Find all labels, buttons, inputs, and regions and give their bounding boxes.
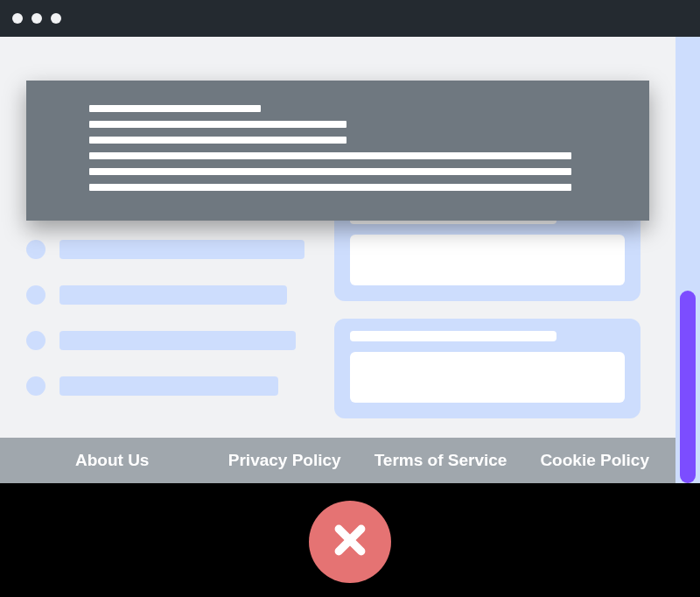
skeleton-list (26, 194, 315, 422)
scrollbar-thumb[interactable] (680, 291, 696, 483)
window-control-dot[interactable] (51, 13, 61, 24)
list-item (26, 240, 315, 259)
skeleton-bar (60, 331, 296, 350)
skeleton-bar (60, 376, 278, 396)
cross-icon (331, 521, 369, 563)
hero-overlay-panel (26, 81, 649, 221)
browser-window: About Us Privacy Policy Terms of Service… (0, 0, 700, 483)
window-control-dot[interactable] (32, 13, 42, 24)
footer-link-terms[interactable]: Terms of Service (374, 451, 508, 470)
footer-link-cookie[interactable]: Cookie Policy (540, 451, 649, 470)
hero-text-line (89, 105, 261, 112)
footer-link-about[interactable]: About Us (75, 451, 149, 470)
skeleton-card (334, 319, 640, 418)
skeleton-bullet (26, 331, 46, 350)
window-titlebar (0, 0, 700, 37)
hero-text-line (89, 121, 346, 128)
skeleton-card-body (350, 352, 625, 403)
skeleton-card-title (350, 331, 556, 341)
hero-text-line (89, 168, 571, 175)
error-badge (309, 501, 391, 583)
scrollbar-track[interactable] (676, 37, 700, 483)
skeleton-bullet (26, 285, 46, 305)
list-item (26, 285, 315, 305)
site-footer: About Us Privacy Policy Terms of Service… (0, 438, 676, 483)
hero-text-line (89, 152, 571, 159)
window-control-dot[interactable] (12, 13, 23, 24)
skeleton-bullet (26, 376, 46, 396)
skeleton-bullet (26, 240, 46, 259)
skeleton-card-body (350, 235, 625, 285)
hero-text-line (89, 184, 571, 191)
skeleton-bar (60, 240, 304, 259)
list-item (26, 376, 315, 396)
skeleton-bar (60, 285, 287, 305)
page-content: About Us Privacy Policy Terms of Service… (0, 37, 676, 483)
footer-link-privacy[interactable]: Privacy Policy (228, 451, 341, 470)
list-item (26, 331, 315, 350)
hero-text-line (89, 137, 346, 144)
